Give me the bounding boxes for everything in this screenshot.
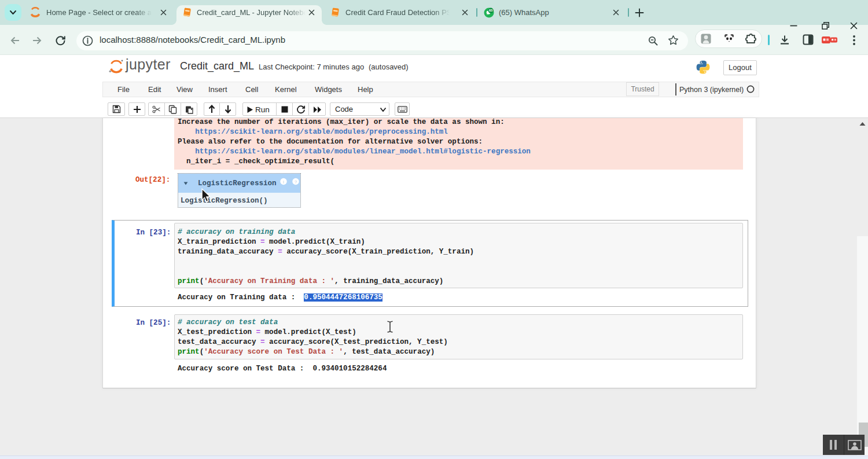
svg-text:?: ? <box>295 179 297 185</box>
svg-text:65: 65 <box>489 9 493 12</box>
svg-text:i: i <box>283 179 284 185</box>
